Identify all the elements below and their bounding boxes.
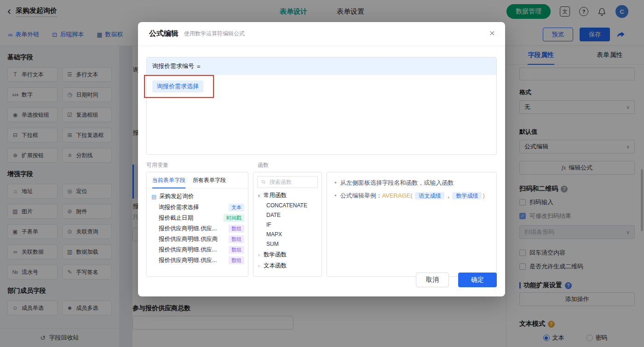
variable-type-tag: 时间戳 — [224, 214, 244, 222]
confirm-button[interactable]: 确定 — [458, 273, 497, 287]
variables-root-node[interactable]: ▤ 采购发起询价 — [147, 191, 248, 202]
tab-all-form-fields[interactable]: 所有表单字段 — [193, 172, 226, 188]
help-example: 公式编辑举例：AVERAGE( 语文成绩，数学成绩) — [340, 191, 485, 201]
formula-input-area[interactable]: 询报价需求选择 — [147, 75, 496, 154]
help-line-1: • 从左侧面板选择字段名和函数，或输入函数 — [334, 178, 489, 188]
variable-name: 报价截止日期 — [159, 214, 193, 222]
function-item[interactable]: DATE — [257, 210, 318, 220]
variable-row[interactable]: 报价供应商明细.供应商 数组 — [147, 234, 248, 245]
help-function-name: AVERAGE( — [382, 192, 413, 199]
variables-tree: ▤ 采购发起询价 询报价需求选择 文本 报价截止日期 时间戳 报价供应商明细.供… — [147, 188, 248, 268]
function-item[interactable]: SUM — [257, 239, 318, 249]
modal-subtitle: 使用数学运算符编辑公式 — [184, 30, 245, 38]
function-item[interactable]: CONCATENATE — [257, 201, 318, 210]
functions-label: 函数 — [258, 161, 269, 169]
variable-name: 询报价需求选择 — [159, 204, 199, 211]
function-group-common[interactable]: ∨ 常用函数 — [257, 190, 318, 201]
modal-footer: 取消 确定 — [416, 273, 497, 287]
function-search-box[interactable] — [257, 176, 318, 188]
help-text: 公式编辑举例： — [340, 192, 382, 199]
function-group-text[interactable]: › 文本函数 — [257, 260, 318, 271]
variable-row[interactable]: 报价供应商明细.供应... 数组 — [147, 245, 248, 255]
variables-tabs: 当前表单字段 所有表单字段 — [147, 172, 248, 188]
help-field-tag: 语文成绩 — [415, 192, 444, 199]
function-search-input[interactable] — [269, 178, 314, 186]
help-text: 从左侧面板选择字段名和函数，或输入函数 — [340, 178, 454, 188]
help-line-2: • 公式编辑举例：AVERAGE( 语文成绩，数学成绩) — [334, 191, 489, 201]
document-icon: ▤ — [151, 193, 156, 200]
variables-panel: 当前表单字段 所有表单字段 ▤ 采购发起询价 询报价需求选择 文本 报价截止日期… — [146, 172, 248, 277]
variable-type-tag: 文本 — [229, 204, 244, 211]
variable-row[interactable]: 报价截止日期 时间戳 — [147, 213, 248, 223]
variable-type-tag: 数组 — [229, 246, 244, 254]
function-group-label: 数学函数 — [264, 251, 287, 259]
modal-title: 公式编辑 — [149, 29, 178, 39]
variable-name: 报价供应商明细.供应... — [159, 225, 217, 233]
tab-current-form-fields[interactable]: 当前表单字段 — [152, 172, 185, 188]
formula-editor-modal: 公式编辑 使用数学运算符编辑公式 × 询报价需求编号 = 询报价需求选择 可用变… — [138, 22, 505, 296]
formula-editor-box: 询报价需求编号 = 询报价需求选择 — [146, 57, 497, 155]
close-icon[interactable]: × — [489, 28, 495, 38]
formula-target-name: 询报价需求编号 — [152, 62, 194, 70]
function-group-math[interactable]: › 数学函数 — [257, 249, 318, 260]
variable-row[interactable]: 询报价需求选择 文本 — [147, 202, 248, 213]
formula-target-bar: 询报价需求编号 = — [147, 57, 496, 75]
variable-type-tag: 数组 — [229, 225, 244, 233]
function-group-label: 常用函数 — [264, 192, 287, 199]
cancel-button[interactable]: 取消 — [416, 273, 449, 287]
variable-type-tag: 数组 — [229, 235, 244, 243]
modal-body: 询报价需求编号 = 询报价需求选择 可用变量 函数 当前表单字段 所有表单字段 … — [138, 46, 505, 296]
help-panel: • 从左侧面板选择字段名和函数，或输入函数 • 公式编辑举例：AVERAGE( … — [327, 172, 497, 277]
bullet-icon: • — [334, 191, 337, 201]
modal-header: 公式编辑 使用数学运算符编辑公式 — [138, 22, 505, 46]
variable-name: 报价供应商明细.供应商 — [159, 235, 218, 243]
help-comma: ， — [445, 192, 451, 199]
variable-name: 报价供应商明细.供应... — [159, 246, 217, 254]
function-item[interactable]: MAPX — [257, 230, 318, 239]
help-field-tag: 数学成绩 — [452, 192, 482, 199]
bullet-icon: • — [334, 178, 337, 188]
functions-panel: ∨ 常用函数 CONCATENATE DATE IF MAPX SUM › 数学… — [253, 172, 322, 277]
panel-labels-row: 可用变量 函数 — [146, 161, 497, 169]
variable-type-tag: 数组 — [229, 256, 244, 264]
function-group-label: 文本函数 — [264, 262, 287, 270]
chevron-collapsed-icon: › — [257, 263, 261, 268]
function-item[interactable]: IF — [257, 220, 318, 230]
search-icon — [261, 179, 266, 185]
equals-sign: = — [197, 63, 201, 70]
chevron-collapsed-icon: › — [257, 252, 261, 257]
variables-label: 可用变量 — [146, 161, 258, 169]
variable-row[interactable]: 报价供应商明细.供应... 数组 — [147, 223, 248, 234]
variable-row[interactable]: 报价供应商明细.供应... 数组 — [147, 255, 248, 266]
variables-root-label: 采购发起询价 — [159, 193, 194, 200]
variable-name: 报价供应商明细.供应... — [159, 256, 217, 264]
chevron-expanded-icon: ∨ — [257, 193, 261, 198]
formula-field-tag[interactable]: 询报价需求选择 — [152, 80, 203, 92]
help-close-paren: ) — [483, 192, 484, 199]
modal-panels: 当前表单字段 所有表单字段 ▤ 采购发起询价 询报价需求选择 文本 报价截止日期… — [146, 172, 497, 277]
